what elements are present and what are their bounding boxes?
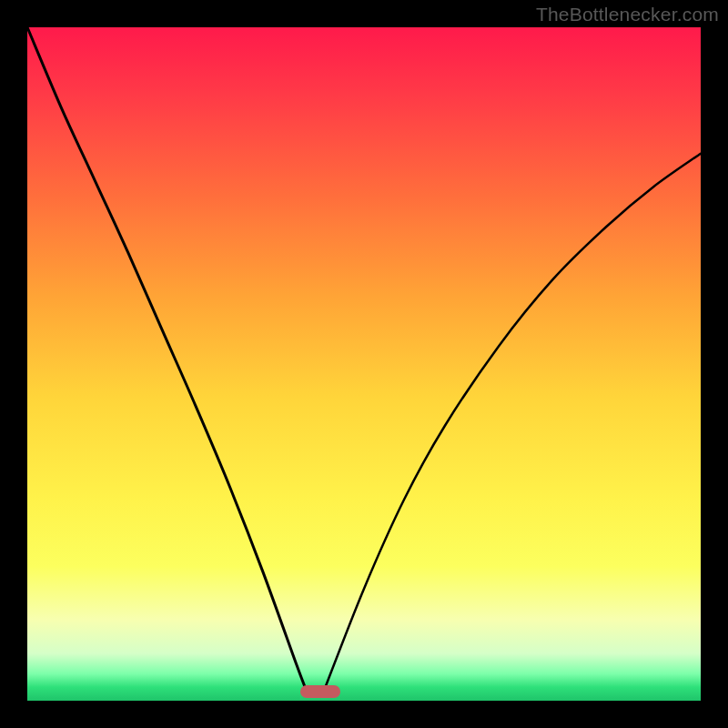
curves-layer — [27, 27, 701, 701]
curve-right-branch — [324, 154, 701, 692]
optimal-range-marker — [300, 685, 340, 698]
curve-left-branch — [27, 27, 307, 692]
chart-frame: TheBottlenecker.com — [0, 0, 728, 728]
attribution-label: TheBottlenecker.com — [536, 4, 719, 25]
plot-area — [27, 27, 701, 701]
